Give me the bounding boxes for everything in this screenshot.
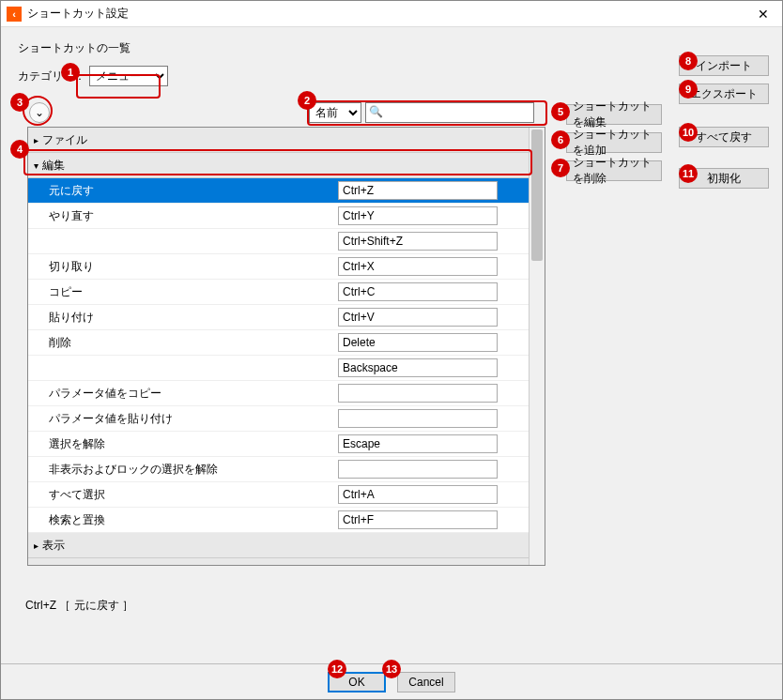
add-shortcut-button[interactable]: ショートカットを追加 <box>566 132 662 153</box>
chevron-down-icon: ▾ <box>34 160 38 171</box>
annotation-marker: 13 <box>382 660 401 678</box>
tree-group-modeling[interactable]: ▸ モデリング <box>28 558 529 566</box>
expand-all-button[interactable]: ⌄ <box>29 102 50 123</box>
chevron-right-icon: ▸ <box>34 135 38 145</box>
chevron-right-icon: ▸ <box>34 566 38 567</box>
tree-row[interactable]: コピーCtrl+C <box>28 280 529 305</box>
annotation-marker: 8 <box>679 52 698 70</box>
cancel-button[interactable]: Cancel <box>397 672 455 692</box>
annotation-marker: 10 <box>679 123 698 142</box>
annotation-marker: 9 <box>679 80 698 99</box>
annotation-marker: 12 <box>328 660 346 678</box>
tree-row[interactable]: やり直すCtrl+Y <box>28 204 529 229</box>
tree-row[interactable]: 非表示およびロックの選択を解除 <box>28 457 529 482</box>
search-mode-select[interactable]: 名前 <box>309 102 361 123</box>
tree-row[interactable]: Backspace <box>28 356 529 381</box>
annotation-marker: 7 <box>551 159 570 177</box>
status-line: Ctrl+Z ［ 元に戻す ］ <box>25 598 133 614</box>
tree-group-edit[interactable]: ▾ 編集 <box>28 153 529 178</box>
category-select[interactable]: メニュー <box>89 66 168 86</box>
delete-shortcut-button[interactable]: ショートカットを削除 <box>566 160 662 181</box>
search-input[interactable] <box>365 102 534 123</box>
search-icon: 🔍 <box>369 105 383 118</box>
annotation-marker: 5 <box>551 102 570 121</box>
tree-row[interactable]: パラメータ値をコピー <box>28 381 529 406</box>
scrollbar[interactable] <box>529 128 545 565</box>
app-icon: ‹ <box>7 7 22 22</box>
annotation-marker: 3 <box>10 93 29 112</box>
annotation-marker: 6 <box>551 130 570 149</box>
tree-row[interactable]: パラメータ値を貼り付け <box>28 406 529 432</box>
annotation-marker: 11 <box>679 164 698 183</box>
tree-group-view[interactable]: ▸ 表示 <box>28 533 529 558</box>
tree-row[interactable]: 元に戻す Ctrl+Z <box>28 178 529 204</box>
list-heading: ショートカットの一覧 <box>18 40 765 56</box>
shortcut-tree[interactable]: ▸ ファイル ▾ 編集 元に戻す Ctrl+Z やり直すCtrl+Y Ctrl+… <box>27 127 545 566</box>
tree-row[interactable]: 切り取りCtrl+X <box>28 254 529 280</box>
tree-row[interactable]: すべて選択Ctrl+A <box>28 482 529 508</box>
close-icon[interactable]: ✕ <box>745 1 782 27</box>
annotation-marker: 2 <box>298 91 316 110</box>
tree-row[interactable]: 削除Delete <box>28 330 529 356</box>
tree-row[interactable]: Ctrl+Shift+Z <box>28 229 529 254</box>
chevron-right-icon: ▸ <box>34 540 38 551</box>
annotation-marker: 1 <box>61 63 80 82</box>
window-title: ショートカット設定 <box>27 6 745 22</box>
edit-shortcut-button[interactable]: ショートカットを編集 <box>566 104 662 125</box>
tree-row[interactable]: 貼り付けCtrl+V <box>28 305 529 330</box>
tree-row[interactable]: 選択を解除Escape <box>28 432 529 457</box>
chevron-down-icon: ⌄ <box>35 106 44 119</box>
annotation-marker: 4 <box>10 140 29 159</box>
tree-group-file[interactable]: ▸ ファイル <box>28 128 529 153</box>
tree-row[interactable]: 検索と置換Ctrl+F <box>28 508 529 533</box>
